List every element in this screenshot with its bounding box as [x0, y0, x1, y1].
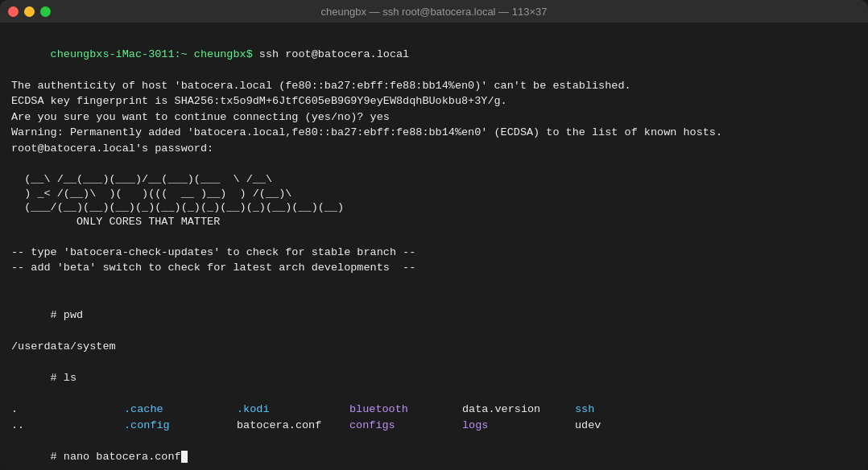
ls-hash: # ls [51, 372, 76, 384]
nano-cmd-text: # nano batocera.conf [51, 451, 181, 463]
ls-output: . .cache .kodi bluetooth data.version ss… [11, 402, 857, 433]
warning-line: Warning: Permanently added 'batocera.loc… [11, 125, 857, 141]
terminal-window: cheungbx — ssh root@batocera.local — 113… [0, 0, 868, 470]
ls-cell-ssh: ssh [575, 402, 688, 418]
ascii-line-1: (__\ /__(___)(___)/__(___)(___ \ /__\ [11, 172, 857, 187]
ls-cell-dot: . [11, 402, 124, 418]
pwd-hash: # pwd [51, 309, 84, 321]
prompt-user: cheungbxs-iMac-3011:~ cheungbx$ [51, 48, 253, 60]
terminal-body[interactable]: cheungbxs-iMac-3011:~ cheungbx$ ssh root… [0, 23, 868, 470]
pwd-output: /userdata/system [11, 339, 857, 355]
auth-line: The authenticity of host 'batocera.local… [11, 78, 857, 94]
ascii-art: (__\ /__(___)(___)/__(___)(___ \ /__\ ) … [11, 172, 857, 229]
password-line: root@batocera.local's password: [11, 141, 857, 157]
blank2 [11, 229, 857, 245]
ls-cell-batocera-conf: batocera.conf [237, 418, 349, 434]
ls-cmd: # ls [11, 355, 857, 402]
ls-cell-logs: logs [462, 418, 575, 434]
ascii-line-4: ONLY CORES THAT MATTER [11, 215, 857, 229]
ecdsa-line: ECDSA key fingerprint is SHA256:tx5o9dM+… [11, 93, 857, 109]
ascii-line-3: (___/(__)(__)(__)(_)(__)(_)(_)(__)(_)(__… [11, 200, 857, 215]
blank1 [11, 157, 857, 173]
ls-cell-configs: configs [349, 418, 462, 434]
ssh-command: ssh root@batocera.local [253, 48, 409, 60]
ls-cell-cache: .cache [124, 402, 237, 418]
beta-line: -- add 'beta' switch to check for latest… [11, 260, 857, 276]
ls-cell-config: .config [124, 418, 237, 434]
prompt-ssh-line: cheungbxs-iMac-3011:~ cheungbx$ ssh root… [11, 31, 857, 78]
traffic-lights [8, 6, 51, 17]
check-updates-line: -- type 'batocera-check-updates' to chec… [11, 245, 857, 261]
ls-cell-dataversion: data.version [462, 402, 575, 418]
blank3 [11, 276, 857, 292]
ls-cell-bluetooth: bluetooth [349, 402, 462, 418]
ls-cell-udev: udev [575, 418, 688, 434]
ascii-line-2: ) _< /(__)\ )( )((( __ )__) ) /(__)\ [11, 187, 857, 201]
window-title: cheungbx — ssh root@batocera.local — 113… [321, 6, 548, 18]
nano-cmd-line: # nano batocera.conf [11, 434, 857, 470]
terminal-cursor [181, 451, 188, 463]
continue-line: Are you sure you want to continue connec… [11, 109, 857, 126]
close-button[interactable] [8, 6, 19, 17]
ls-cell-kodi: .kodi [237, 402, 349, 418]
titlebar: cheungbx — ssh root@batocera.local — 113… [0, 0, 868, 23]
pwd-cmd: # pwd [11, 292, 857, 340]
minimize-button[interactable] [24, 6, 35, 17]
maximize-button[interactable] [40, 6, 51, 17]
ls-cell-dotdot: .. [11, 418, 124, 434]
